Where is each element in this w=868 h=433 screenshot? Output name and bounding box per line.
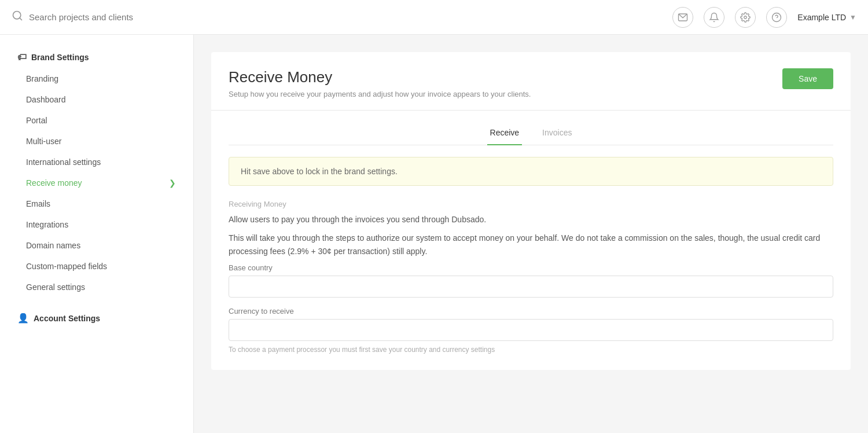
sidebar-item-portal[interactable]: Portal <box>0 110 193 131</box>
svg-point-3 <box>744 16 747 19</box>
page-title: Receive Money <box>229 68 531 86</box>
sidebar: 🏷 Brand Settings Branding Dashboard Port… <box>0 35 194 433</box>
info-box-text: Hit save above to lock in the brand sett… <box>241 167 398 176</box>
header-divider <box>211 110 851 111</box>
tab-receive[interactable]: Receive <box>487 122 523 145</box>
company-name: Example LTD <box>797 13 846 22</box>
main-content: Receive Money Setup how you receive your… <box>194 35 868 433</box>
section-label: Receiving Money <box>229 200 833 208</box>
sidebar-item-domain-names[interactable]: Domain names <box>0 235 193 256</box>
sidebar-item-branding[interactable]: Branding <box>0 68 193 89</box>
navbar-actions: Example LTD ▼ <box>672 7 856 28</box>
section-desc1: Allow users to pay you through the invoi… <box>229 213 833 226</box>
sidebar-item-integrations[interactable]: Integrations <box>0 214 193 235</box>
sidebar-item-general-settings[interactable]: General settings <box>0 277 193 298</box>
info-box: Hit save above to lock in the brand sett… <box>229 157 833 186</box>
currency-input[interactable] <box>229 319 833 341</box>
sidebar-item-multi-user[interactable]: Multi-user <box>0 131 193 152</box>
search-input[interactable] <box>29 12 203 22</box>
content-header: Receive Money Setup how you receive your… <box>229 68 833 98</box>
search-area <box>12 10 672 24</box>
svg-line-1 <box>20 18 22 20</box>
save-button[interactable]: Save <box>782 68 833 89</box>
brand-settings-label: Brand Settings <box>31 53 89 62</box>
navbar: Example LTD ▼ <box>0 0 868 35</box>
sidebar-item-emails[interactable]: Emails <box>0 193 193 214</box>
mail-icon[interactable] <box>672 7 693 28</box>
tab-invoices[interactable]: Invoices <box>539 122 575 145</box>
base-country-label: Base country <box>229 263 833 272</box>
company-chevron-icon: ▼ <box>849 13 856 21</box>
sidebar-item-receive-money[interactable]: Receive money ❯ <box>0 173 193 193</box>
content-card: Receive Money Setup how you receive your… <box>211 52 851 370</box>
chevron-right-icon: ❯ <box>169 178 176 188</box>
settings-icon[interactable] <box>735 7 756 28</box>
account-settings-label: Account Settings <box>34 314 100 323</box>
currency-label: Currency to receive <box>229 307 833 315</box>
tabs: Receive Invoices <box>229 122 833 145</box>
account-settings-header: 👤 Account Settings <box>0 307 193 329</box>
app-layout: 🏷 Brand Settings Branding Dashboard Port… <box>0 35 868 433</box>
account-icon: 👤 <box>17 313 29 324</box>
helper-text: To choose a payment processor you must f… <box>229 346 833 354</box>
company-selector[interactable]: Example LTD ▼ <box>797 13 856 22</box>
sidebar-item-international-settings[interactable]: International settings <box>0 152 193 173</box>
base-country-input[interactable] <box>229 276 833 298</box>
section-desc2: This will take you through the steps to … <box>229 232 833 258</box>
help-icon[interactable] <box>766 7 787 28</box>
search-icon <box>12 10 23 24</box>
page-subtitle: Setup how you receive your payments and … <box>229 90 531 98</box>
svg-point-4 <box>773 13 781 21</box>
sidebar-item-custom-mapped-fields[interactable]: Custom-mapped fields <box>0 256 193 277</box>
tag-icon: 🏷 <box>17 52 27 63</box>
notification-icon[interactable] <box>704 7 724 28</box>
sidebar-item-dashboard[interactable]: Dashboard <box>0 89 193 110</box>
title-area: Receive Money Setup how you receive your… <box>229 68 531 98</box>
brand-settings-header: 🏷 Brand Settings <box>0 46 193 68</box>
